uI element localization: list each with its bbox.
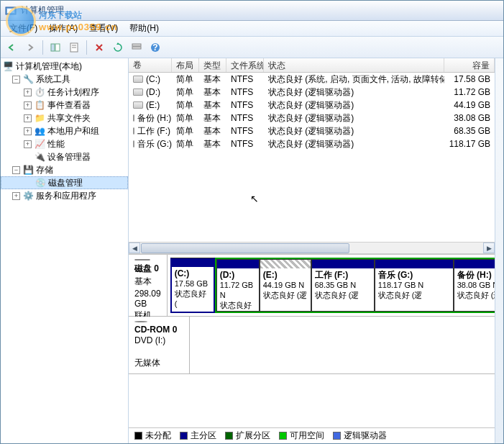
partition[interactable]: 音乐 (G:)118.17 GB N状态良好 (逻 (375, 259, 454, 312)
legend-swatch-free (279, 432, 287, 440)
tree-shared-folders[interactable]: +📁共享文件夹 (1, 112, 128, 124)
scroll-right-button[interactable]: ▶ (483, 243, 495, 253)
svg-rect-7 (132, 44, 141, 46)
col-type[interactable]: 类型 (199, 58, 226, 72)
folder-icon: 📁 (34, 112, 45, 124)
expand-icon[interactable]: + (12, 192, 20, 200)
delete-button[interactable] (91, 40, 107, 55)
properties-button[interactable] (66, 40, 82, 55)
disk-graphical-view[interactable]: 磁盘 0 基本 298.09 GB 联机 (C:)17.58 GB状态良好 ( … (129, 254, 495, 427)
navigation-tree[interactable]: 🖥️计算机管理(本地) −🔧系统工具 +⏱️任务计划程序 +📋事件查看器 +📁共… (1, 58, 129, 443)
col-layout[interactable]: 布局 (172, 58, 199, 72)
legend-swatch-unallocated (134, 432, 142, 440)
partition[interactable]: (E:)44.19 GB N状态良好 (逻 (260, 259, 311, 312)
collapse-icon[interactable]: − (12, 166, 20, 174)
svg-rect-2 (51, 44, 55, 51)
disk-0-label[interactable]: 磁盘 0 基本 298.09 GB 联机 (129, 255, 168, 316)
partition[interactable]: 工作 (F:)68.35 GB N状态良好 (逻 (311, 259, 375, 312)
disk-0-row[interactable]: 磁盘 0 基本 298.09 GB 联机 (C:)17.58 GB状态良好 ( … (129, 255, 495, 317)
computer-management-window: 计算机管理 文件(F) 操作(A) 查看(V) 帮助(H) 河东下载站 www.… (0, 0, 504, 444)
svg-rect-8 (132, 47, 141, 49)
collapse-icon[interactable]: − (12, 76, 20, 83)
legend-swatch-logical (333, 432, 341, 440)
cdrom-0-row[interactable]: CD-ROM 0 DVD (I:) 无媒体 (129, 317, 495, 374)
services-icon: ⚙️ (22, 190, 34, 201)
col-capacity[interactable]: 容量 (444, 58, 495, 72)
hdd-icon (134, 259, 150, 260)
volume-row[interactable]: (E:) 简单基本 NTFS状态良好 (逻辑驱动器)44.19 GB (129, 99, 495, 112)
tree-task-scheduler[interactable]: +⏱️任务计划程序 (1, 86, 128, 99)
legend: 未分配 主分区 扩展分区 可用空间 逻辑驱动器 (129, 427, 495, 443)
volume-row[interactable]: 备份 (H:) 简单基本 NTFS状态良好 (逻辑驱动器)38.08 GB (129, 112, 495, 124)
tree-services[interactable]: +⚙️服务和应用程序 (1, 189, 128, 202)
svg-text:?: ? (152, 42, 157, 53)
col-status[interactable]: 状态 (264, 58, 444, 72)
col-filesystem[interactable]: 文件系统 (226, 58, 264, 72)
expand-icon[interactable]: + (24, 114, 32, 122)
expand-icon[interactable]: + (24, 140, 32, 148)
menu-file[interactable]: 文件(F) (4, 21, 43, 36)
tree-system-tools[interactable]: −🔧系统工具 (1, 73, 128, 86)
show-hide-tree-button[interactable] (47, 40, 63, 55)
storage-icon: 💾 (22, 164, 34, 176)
menu-action[interactable]: 操作(A) (43, 21, 83, 36)
refresh-button[interactable] (110, 40, 126, 55)
right-action-pane-collapsed[interactable] (495, 58, 503, 443)
expand-icon[interactable]: + (24, 89, 32, 96)
volume-row[interactable]: 音乐 (G:) 简单基本 NTFS状态良好 (逻辑驱动器)118.17 GB (129, 137, 495, 150)
legend-swatch-extended (225, 432, 233, 440)
col-volume[interactable]: 卷 (129, 58, 172, 72)
volume-columns: 卷 布局 类型 文件系统 状态 容量 (129, 58, 495, 73)
expand-icon[interactable]: + (24, 127, 32, 135)
svg-rect-1 (7, 9, 14, 13)
tools-icon: 🔧 (22, 73, 34, 85)
view-list-button[interactable] (129, 40, 145, 55)
tree-device-manager[interactable]: 🔌设备管理器 (1, 150, 128, 163)
app-icon (5, 5, 17, 17)
window-title: 计算机管理 (21, 4, 64, 17)
cdrom-icon (134, 321, 147, 322)
clock-icon: ⏱️ (34, 86, 45, 98)
menu-help[interactable]: 帮助(H) (124, 21, 165, 36)
drive-icon (133, 89, 143, 96)
help-button[interactable]: ? (147, 40, 163, 55)
menu-view[interactable]: 查看(V) (83, 21, 124, 36)
menubar: 文件(F) 操作(A) 查看(V) 帮助(H) (1, 21, 503, 37)
cdrom-0-label[interactable]: CD-ROM 0 DVD (I:) 无媒体 (129, 317, 190, 373)
volume-list[interactable]: (C:) 简单基本 NTFS状态良好 (系统, 启动, 页面文件, 活动, 故障… (129, 73, 495, 242)
users-icon: 👥 (34, 125, 45, 137)
drive-icon (133, 76, 143, 83)
svg-rect-3 (55, 44, 60, 51)
forward-button[interactable] (22, 40, 38, 55)
tree-disk-management[interactable]: 💿磁盘管理 (1, 176, 128, 189)
tree-local-users[interactable]: +👥本地用户和组 (1, 124, 128, 137)
horizontal-scrollbar[interactable]: ◀ ▶ (129, 242, 495, 254)
scroll-thumb[interactable] (141, 243, 349, 253)
partition[interactable]: (C:)17.58 GB状态良好 ( (170, 258, 215, 313)
toolbar: ? (1, 37, 503, 58)
volume-row[interactable]: (C:) 简单基本 NTFS状态良好 (系统, 启动, 页面文件, 活动, 故障… (129, 73, 495, 86)
disk-icon: 💿 (35, 177, 46, 189)
scroll-left-button[interactable]: ◀ (129, 243, 140, 253)
back-button[interactable] (4, 40, 19, 55)
computer-icon: 🖥️ (2, 60, 14, 72)
partition[interactable]: (D:)11.72 GB N状态良好 ( (216, 259, 260, 312)
drive-icon (133, 114, 134, 122)
partition[interactable]: 备份 (H:)38.08 GB N状态良好 (逻 (454, 259, 495, 312)
drive-icon (133, 101, 143, 109)
tree-performance[interactable]: +📈性能 (1, 137, 128, 150)
titlebar[interactable]: 计算机管理 (1, 1, 503, 21)
volume-row[interactable]: 工作 (F:) 简单基本 NTFS状态良好 (逻辑驱动器)68.35 GB (129, 124, 495, 137)
tree-event-viewer[interactable]: +📋事件查看器 (1, 99, 128, 112)
device-icon: 🔌 (34, 151, 45, 163)
expand-icon[interactable]: + (24, 101, 32, 109)
tree-storage[interactable]: −💾存储 (1, 163, 128, 176)
legend-swatch-primary (180, 432, 188, 440)
volume-row[interactable]: (D:) 简单基本 NTFS状态良好 (逻辑驱动器)11.72 GB (129, 86, 495, 99)
main-pane: 卷 布局 类型 文件系统 状态 容量 (C:) 简单基本 NTFS状态良好 (系… (129, 58, 495, 443)
perf-icon: 📈 (34, 138, 45, 150)
tree-root[interactable]: 🖥️计算机管理(本地) (1, 60, 128, 73)
drive-icon (133, 127, 134, 135)
event-icon: 📋 (34, 99, 45, 111)
drive-icon (133, 140, 134, 148)
